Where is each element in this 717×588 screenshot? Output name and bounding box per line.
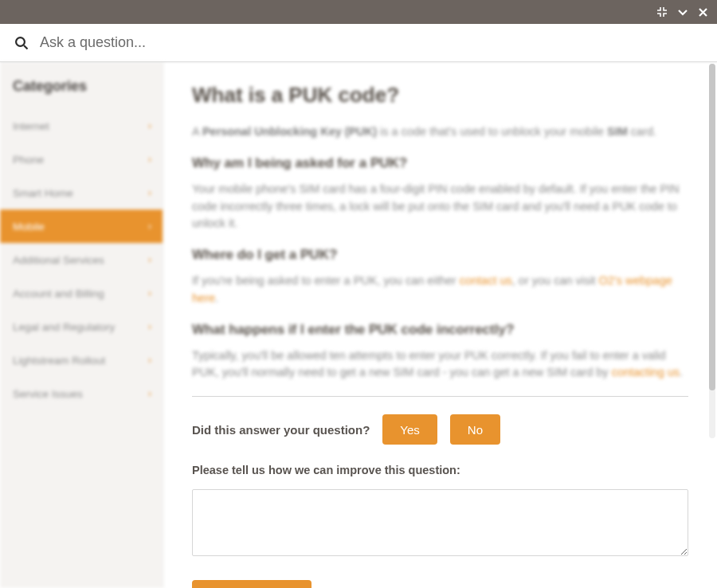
feedback-textarea[interactable] — [192, 489, 688, 556]
scrollbar-thumb[interactable] — [709, 64, 715, 390]
search-icon — [14, 36, 29, 50]
svg-point-0 — [16, 37, 25, 46]
chevron-right-icon: › — [148, 221, 151, 232]
chevron-right-icon: › — [148, 254, 151, 265]
paragraph-where-get: If you're being asked to enter a PUK, yo… — [192, 272, 688, 308]
sidebar-item-label: Phone — [13, 154, 44, 166]
sidebar-item-label: Legal and Regulatory — [13, 321, 115, 333]
sidebar-item-label: Additional Services — [13, 254, 104, 266]
sidebar-item-phone[interactable]: Phone› — [0, 143, 163, 176]
chevron-right-icon: › — [148, 120, 151, 131]
paragraph-why-asked: Your mobile phone's SIM card has a four-… — [192, 181, 688, 233]
sidebar-item-service-issues[interactable]: Service Issues› — [0, 377, 163, 410]
sidebar-item-mobile[interactable]: Mobile› — [0, 210, 163, 243]
search-bar — [0, 24, 717, 62]
heading-why-asked: Why am I being asked for a PUK? — [192, 155, 688, 171]
heading-incorrect: What happens if I enter the PUK code inc… — [192, 322, 688, 338]
send-feedback-button[interactable]: Send feedback — [192, 580, 311, 588]
close-icon[interactable] — [697, 6, 709, 18]
sidebar-item-smart-home[interactable]: Smart Home› — [0, 176, 163, 210]
sidebar-item-label: Smart Home — [13, 187, 73, 199]
sidebar-item-label: Service Issues — [13, 388, 83, 400]
chevron-right-icon: › — [148, 321, 151, 332]
chevron-right-icon: › — [148, 187, 151, 198]
sidebar-item-internet[interactable]: Internet› — [0, 109, 163, 143]
sidebar-item-additional-services[interactable]: Additional Services› — [0, 243, 163, 276]
window-title-bar — [0, 0, 717, 24]
search-input[interactable] — [40, 34, 703, 51]
sidebar-item-label: Mobile — [13, 221, 45, 233]
yes-button[interactable]: Yes — [382, 414, 437, 445]
chevron-right-icon: › — [148, 355, 151, 366]
no-button[interactable]: No — [450, 414, 500, 445]
chevron-right-icon: › — [148, 388, 151, 399]
sidebar-item-account-and-billing[interactable]: Account and Billing› — [0, 276, 163, 310]
chevron-right-icon: › — [148, 288, 151, 299]
improve-label: Please tell us how we can improve this q… — [192, 464, 688, 476]
sidebar-item-label: Account and Billing — [13, 288, 104, 300]
contact-us-link[interactable]: contact us — [460, 274, 512, 287]
divider — [192, 396, 688, 397]
categories-sidebar: Categories Internet›Phone›Smart Home›Mob… — [0, 62, 163, 588]
paragraph-incorrect: Typically, you'll be allowed ten attempt… — [192, 347, 688, 382]
heading-where-get: Where do I get a PUK? — [192, 247, 688, 263]
categories-heading: Categories — [0, 78, 163, 109]
chevron-right-icon: › — [148, 154, 151, 165]
feedback-question: Did this answer your question? — [192, 423, 370, 437]
chevron-down-icon[interactable] — [676, 6, 689, 18]
sidebar-item-label: Lightstream Rollout — [13, 355, 105, 367]
article-main: What is a PUK code? A Personal Unblockin… — [163, 62, 717, 588]
feedback-row: Did this answer your question? Yes No — [192, 414, 688, 445]
article-intro: A Personal Unblocking Key (PUK) is a cod… — [192, 123, 688, 141]
sidebar-item-legal-and-regulatory[interactable]: Legal and Regulatory› — [0, 310, 163, 343]
sidebar-item-lightstream-rollout[interactable]: Lightstream Rollout› — [0, 343, 163, 377]
sidebar-item-label: Internet — [13, 120, 49, 132]
contacting-us-link[interactable]: contacting us — [612, 366, 680, 378]
article-title: What is a PUK code? — [192, 83, 688, 108]
collapse-icon[interactable] — [656, 6, 668, 18]
